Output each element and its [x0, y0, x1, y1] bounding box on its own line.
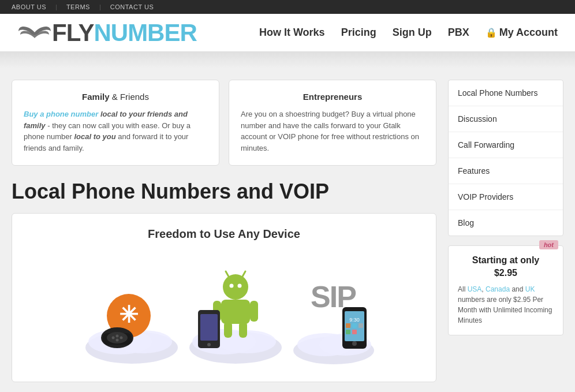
svg-point-40 [352, 341, 357, 346]
sidebar-item-local-phone-numbers[interactable]: Local Phone Numbers [449, 80, 563, 106]
sidebar: Local Phone Numbers Discussion Call Forw… [448, 80, 563, 382]
nav-pbx[interactable]: PBX [448, 27, 469, 39]
logo[interactable]: FLYNUMBER [17, 20, 197, 46]
nav-how-it-works[interactable]: How It Works [259, 27, 325, 39]
nav-my-account[interactable]: 🔒 My Account [486, 27, 558, 39]
svg-rect-26 [224, 322, 232, 338]
svg-rect-35 [346, 323, 350, 328]
family-card: Family & Friends Buy a phone number loca… [12, 80, 219, 166]
promo-canada-link[interactable]: Canada [486, 285, 510, 293]
main-nav: How It Works Pricing Sign Up PBX 🔒 My Ac… [259, 27, 558, 39]
svg-line-20 [242, 271, 245, 277]
content-box-subheading: Freedom to Use Any Device [26, 227, 422, 241]
svg-rect-23 [221, 300, 250, 324]
promo-desc: All USA, Canada and UK numbers are only … [458, 284, 554, 326]
my-account-label: My Account [499, 27, 558, 39]
devices-illustration: ✳ [26, 252, 422, 368]
svg-rect-39 [352, 330, 357, 334]
logo-number: NUMBER [94, 19, 196, 46]
lock-icon: 🔒 [486, 27, 497, 38]
svg-point-31 [207, 343, 211, 346]
promo-box: hot Starting at only $2.95 All USA, Cana… [448, 245, 563, 335]
sidebar-item-call-forwarding[interactable]: Call Forwarding [449, 132, 563, 158]
nav-sign-up[interactable]: Sign Up [393, 27, 432, 39]
svg-line-19 [226, 271, 229, 277]
entrepreneurs-card-heading: Entrepreneurs [241, 92, 424, 102]
sidebar-item-features[interactable]: Features [449, 158, 563, 184]
svg-rect-37 [359, 323, 363, 328]
sidebar-item-blog[interactable]: Blog [449, 210, 563, 236]
header-divider [0, 52, 575, 68]
devices-svg: ✳ [26, 252, 422, 368]
divider2: | [99, 3, 101, 10]
contact-us-link[interactable]: CONTACT US [110, 3, 154, 10]
wings-icon [17, 20, 52, 46]
svg-point-16 [120, 337, 123, 339]
entrepreneurs-card-body: Are you on a shoestring budget? Buy a vi… [241, 109, 424, 154]
main-heading: Local Phone Numbers and VOIP [12, 180, 436, 204]
terms-link[interactable]: TERMS [66, 3, 90, 10]
svg-rect-27 [239, 322, 247, 338]
svg-text:✳: ✳ [119, 302, 139, 327]
svg-point-22 [238, 284, 242, 288]
svg-point-21 [230, 284, 234, 288]
svg-rect-25 [250, 301, 258, 322]
left-content: Family & Friends Buy a phone number loca… [12, 80, 436, 382]
promo-price: $2.95 [458, 268, 554, 278]
svg-point-17 [116, 339, 119, 342]
buy-phone-link[interactable]: Buy a phone number [24, 110, 98, 118]
svg-point-13 [107, 332, 128, 344]
sidebar-nav: Local Phone Numbers Discussion Call Forw… [448, 80, 563, 236]
family-card-body: Buy a phone number local to your friends… [24, 109, 207, 154]
svg-rect-30 [200, 314, 218, 341]
header: FLYNUMBER How It Works Pricing Sign Up P… [0, 14, 575, 52]
logo-text: FLYNUMBER [52, 21, 197, 45]
top-bar: ABOUT US | TERMS | CONTACT US [0, 0, 575, 14]
promo-usa-link[interactable]: USA [468, 285, 482, 293]
promo-title: Starting at only [458, 255, 554, 266]
hot-badge: hot [539, 240, 558, 249]
main-content: Family & Friends Buy a phone number loca… [0, 68, 575, 392]
promo-uk-link[interactable]: UK [525, 285, 535, 293]
logo-fly: FLY [52, 19, 94, 46]
cards-row: Family & Friends Buy a phone number loca… [12, 80, 436, 166]
svg-point-15 [116, 335, 119, 338]
about-us-link[interactable]: ABOUT US [12, 3, 46, 10]
svg-rect-38 [346, 330, 350, 334]
svg-text:9:30: 9:30 [349, 317, 360, 323]
svg-rect-36 [352, 323, 357, 328]
nav-pricing[interactable]: Pricing [341, 27, 376, 39]
sidebar-item-voip-providers[interactable]: VOIP Providers [449, 184, 563, 210]
divider1: | [55, 3, 57, 10]
entrepreneurs-card: Entrepreneurs Are you on a shoestring bu… [229, 80, 436, 166]
svg-point-18 [223, 274, 248, 300]
content-box: Freedom to Use Any Device ✳ [12, 213, 436, 382]
sidebar-item-discussion[interactable]: Discussion [449, 106, 563, 132]
svg-point-14 [112, 337, 115, 339]
family-card-heading: Family & Friends [24, 92, 207, 102]
